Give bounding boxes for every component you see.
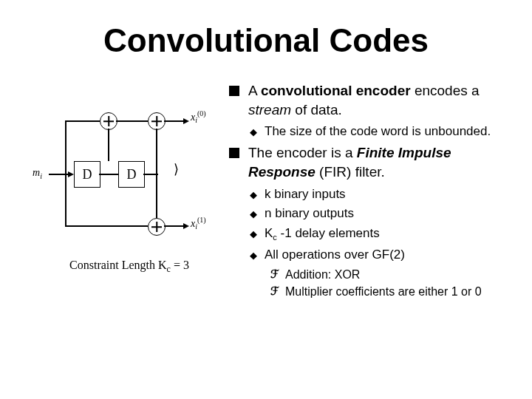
diamond-bullet-icon: ◆ xyxy=(250,126,257,140)
bullet-level1: A convolutional encoder encodes a stream… xyxy=(229,81,502,119)
delay-box-1: D xyxy=(74,161,100,188)
wire xyxy=(65,120,100,122)
square-bullet-icon xyxy=(229,148,239,158)
adder-icon xyxy=(100,112,117,130)
diagram-column: mi D D xyxy=(30,81,229,275)
wire xyxy=(65,174,66,226)
wire xyxy=(65,225,148,227)
encoder-diagram: mi D D xyxy=(30,103,222,251)
diamond-bullet-icon: ◆ xyxy=(250,188,257,203)
wire xyxy=(156,129,157,174)
bullet-level2: ◆ All operations over GF(2) xyxy=(250,247,502,264)
diamond-bullet-icon: ◆ xyxy=(250,228,257,243)
wire xyxy=(65,120,66,174)
input-label: mi xyxy=(33,167,42,180)
bullet-level2: ◆ n binary outputs xyxy=(250,205,502,222)
wire xyxy=(156,174,157,218)
square-bullet-icon xyxy=(229,86,239,96)
bullet-level2: ◆ Kc -1 delay elements xyxy=(250,225,502,243)
delay-box-2: D xyxy=(118,161,145,188)
arrow xyxy=(183,223,189,229)
script-bullet-icon: ℱ xyxy=(270,267,279,283)
adder-icon xyxy=(148,218,166,236)
slide-title: Convolutional Codes xyxy=(30,22,502,59)
constraint-length-label: Constraint Length Kc = 3 xyxy=(30,259,229,275)
bullet-level3: ℱ Addition: XOR xyxy=(270,267,502,283)
arrow xyxy=(183,118,189,124)
bullet-level1: The encoder is a Finite Impulse Response… xyxy=(229,143,502,181)
wire xyxy=(164,120,185,122)
text-column: A convolutional encoder encodes a stream… xyxy=(229,81,502,301)
diamond-bullet-icon: ◆ xyxy=(250,208,257,222)
output-0-label: xi(0) xyxy=(191,109,206,124)
output-1-label: xi(1) xyxy=(191,216,206,231)
bullet-level2: ◆ k binary inputs xyxy=(250,186,502,203)
adder-icon xyxy=(148,112,166,130)
wire xyxy=(116,120,148,122)
wire xyxy=(164,225,185,227)
arrow xyxy=(68,171,74,177)
wire xyxy=(108,129,109,161)
script-bullet-icon: ℱ xyxy=(270,284,279,300)
bullet-level2: ◆ The size of the code word is unbounded… xyxy=(250,123,502,140)
content-row: mi D D xyxy=(30,81,502,301)
wire xyxy=(99,174,118,175)
bullet-level3: ℱ Multiplier coefficients are either 1 o… xyxy=(270,284,502,300)
brace-icon: ⟩ xyxy=(174,161,179,177)
diamond-bullet-icon: ◆ xyxy=(250,249,257,264)
